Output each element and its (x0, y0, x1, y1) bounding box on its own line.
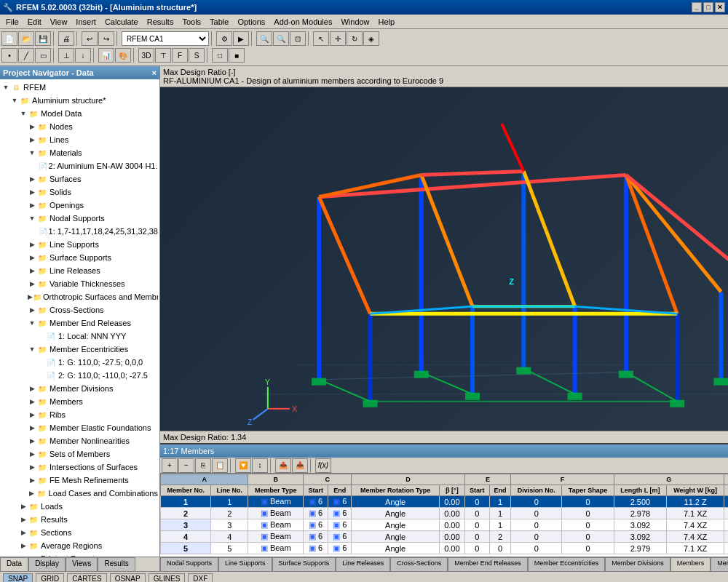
viewport-canvas[interactable]: Z X Y Z Panel × (160, 87, 728, 438)
open-btn[interactable]: 📂 (18, 31, 34, 46)
tree-line-supports[interactable]: ▶ 📁 Line Supports (1, 238, 158, 251)
menu-edit[interactable]: Edit (23, 16, 46, 28)
menu-options[interactable]: Options (233, 16, 269, 28)
rotate-btn[interactable]: ↻ (347, 31, 363, 46)
run-btn[interactable]: ▶ (233, 31, 249, 46)
toggle-load-cases[interactable]: ▶ (28, 490, 36, 497)
nav-tab-data[interactable]: Data (0, 557, 28, 571)
toggle-rfem[interactable]: ▼ (1, 84, 10, 91)
tab-member-end-releases[interactable]: Member End Releases (448, 557, 528, 571)
render-btn[interactable]: ◈ (363, 31, 379, 46)
menu-help[interactable]: Help (374, 16, 400, 28)
tree-eccentricity-1[interactable]: 📄 1: G: 110,0; -27.5; 0,0,0 (1, 356, 158, 369)
support-btn[interactable]: ⊥ (58, 48, 74, 63)
table-sort[interactable]: ↕ (252, 458, 268, 473)
tree-fe-mesh[interactable]: ▶ 📁 FE Mesh Refinements (1, 474, 158, 487)
tab-surface-supports[interactable]: Surface Supports (272, 557, 336, 571)
tree-member-end-release-1[interactable]: 📄 1: Local: NNN YYY (1, 330, 158, 343)
table-new-row[interactable]: + (162, 458, 178, 473)
tree-member-divisions[interactable]: ▶ 📁 Member Divisions (1, 382, 158, 395)
menu-file[interactable]: File (1, 16, 23, 28)
toggle-results[interactable]: ▶ (19, 516, 28, 523)
menu-tools[interactable]: Tools (178, 16, 205, 28)
calc-btn[interactable]: ⚙ (216, 31, 232, 46)
tab-member-elastic[interactable]: Member Elastic Foundations (711, 557, 728, 571)
tree-average-regions[interactable]: ▶ 📁 Average Regions (1, 539, 158, 552)
fit-btn[interactable]: ⊡ (290, 31, 306, 46)
osnap-button[interactable]: OSNAP (110, 573, 146, 582)
toggle-eccentricity-1[interactable] (36, 359, 45, 366)
view-top-btn[interactable]: ⊤ (155, 48, 171, 63)
solid-btn[interactable]: ■ (229, 48, 245, 63)
table-import[interactable]: 📥 (292, 458, 308, 473)
tree-sets-of-members[interactable]: ▶ 📁 Sets of Members (1, 447, 158, 461)
line-btn[interactable]: ╱ (18, 48, 34, 63)
toggle-fe-mesh[interactable]: ▶ (28, 477, 36, 484)
toggle-member-elastic[interactable]: ▶ (28, 424, 36, 431)
menu-addon[interactable]: Add-on Modules (269, 16, 336, 28)
load-btn[interactable]: ↓ (75, 48, 91, 63)
toggle-line-releases[interactable]: ▶ (28, 267, 36, 274)
tab-nodal-supports[interactable]: Nodal Supports (160, 557, 218, 571)
table-export[interactable]: 📤 (275, 458, 291, 473)
tree-solids[interactable]: ▶ 📁 Solids (1, 186, 158, 199)
tree-orthotropic[interactable]: ▶ 📁 Orthotropic Surfaces and Membr... (1, 290, 158, 303)
zoom-in-btn[interactable]: 🔍 (256, 31, 272, 46)
save-btn[interactable]: 💾 (35, 31, 51, 46)
tree-eccentricity-2[interactable]: 📄 2: G: 110,0; -110,0; -27.5 (1, 369, 158, 382)
nav-tab-views[interactable]: Views (66, 557, 98, 571)
tree-aluminium-material[interactable]: 📄 2: Aluminium EN-AW 3004 H1... (1, 159, 158, 172)
wire-btn[interactable]: □ (212, 48, 228, 63)
tree-loads[interactable]: ▶ 📁 Loads (1, 500, 158, 513)
tab-members[interactable]: Members (670, 557, 711, 571)
tab-member-divisions[interactable]: Member Divisions (605, 557, 670, 571)
model-dropdown[interactable]: RFEM CA1 (122, 31, 209, 46)
tree-nodes[interactable]: ▶ 📁 Nodes (1, 120, 158, 133)
nav-tree[interactable]: ▼ 🖥 RFEM ▼ 📁 Aluminium structure* ▼ 📁 Mo… (0, 79, 159, 557)
tab-line-supports[interactable]: Line Supports (218, 557, 272, 571)
view-3d-btn[interactable]: 3D (138, 48, 154, 63)
toggle-member-end-releases[interactable]: ▼ (28, 319, 36, 327)
toggle-member-nonlin[interactable]: ▶ (28, 437, 36, 445)
toggle-lines[interactable]: ▶ (28, 136, 36, 143)
data-table-container[interactable]: A B C D E F G H J K L M N (160, 474, 728, 557)
toggle-members[interactable]: ▶ (28, 398, 36, 405)
toggle-surfaces[interactable]: ▶ (28, 175, 36, 183)
nav-close-btn[interactable]: × (152, 68, 157, 77)
toggle-model-data[interactable]: ▼ (19, 110, 28, 117)
table-formula-fx[interactable]: f(x) (315, 458, 331, 473)
toggle-ribs[interactable]: ▶ (28, 411, 36, 418)
tree-nodal-support-1[interactable]: 📄 1: 1,7-11,17,18,24,25,31,32,38-4... (1, 225, 158, 238)
table-row[interactable]: 1 1 ▣ Beam ▣ 6 ▣ 6 Angle 0.00 0 1 0 0 2.… (161, 496, 729, 508)
menu-insert[interactable]: Insert (71, 16, 100, 28)
toggle-average-regions[interactable]: ▶ (19, 542, 28, 549)
toggle-nodal-supports[interactable]: ▼ (28, 215, 36, 222)
tree-members[interactable]: ▶ 📁 Members (1, 395, 158, 408)
undo-btn[interactable]: ↩ (82, 31, 98, 46)
menu-results[interactable]: Results (143, 16, 178, 28)
toggle-intersections[interactable]: ▶ (28, 463, 36, 471)
tree-member-nonlin[interactable]: ▶ 📁 Member Nonlinearities (1, 434, 158, 447)
tree-cross-sections[interactable]: ▶ 📁 Cross-Sections (1, 303, 158, 316)
select-btn[interactable]: ↖ (313, 31, 329, 46)
tree-root-rfem[interactable]: ▼ 🖥 RFEM (1, 81, 158, 94)
tab-line-releases[interactable]: Line Releases (336, 557, 390, 571)
menu-window[interactable]: Window (336, 16, 373, 28)
table-row[interactable]: 3 3 ▣ Beam ▣ 6 ▣ 6 Angle 0.00 0 1 0 0 3.… (161, 519, 729, 531)
tree-member-elastic[interactable]: ▶ 📁 Member Elastic Foundations (1, 421, 158, 434)
tree-nodal-supports[interactable]: ▼ 📁 Nodal Supports (1, 212, 158, 225)
tree-ribs[interactable]: ▶ 📁 Ribs (1, 408, 158, 421)
toggle-cross-sections[interactable]: ▶ (28, 306, 36, 314)
toggle-member-divisions[interactable]: ▶ (28, 385, 36, 392)
tree-aluminium[interactable]: ▼ 📁 Aluminium structure* (1, 94, 158, 107)
surface-btn[interactable]: ▭ (35, 48, 51, 63)
tree-sections[interactable]: ▶ 📁 Sections (1, 526, 158, 539)
table-filter[interactable]: 🔽 (235, 458, 251, 473)
tree-intersections[interactable]: ▶ 📁 Intersections of Surfaces (1, 461, 158, 474)
contour-btn[interactable]: 🎨 (115, 48, 131, 63)
print-btn[interactable]: 🖨 (58, 31, 74, 46)
nav-tab-results[interactable]: Results (98, 557, 135, 571)
tree-openings[interactable]: ▶ 📁 Openings (1, 199, 158, 212)
move-btn[interactable]: ✛ (330, 31, 346, 46)
table-delete-row[interactable]: − (178, 458, 194, 473)
